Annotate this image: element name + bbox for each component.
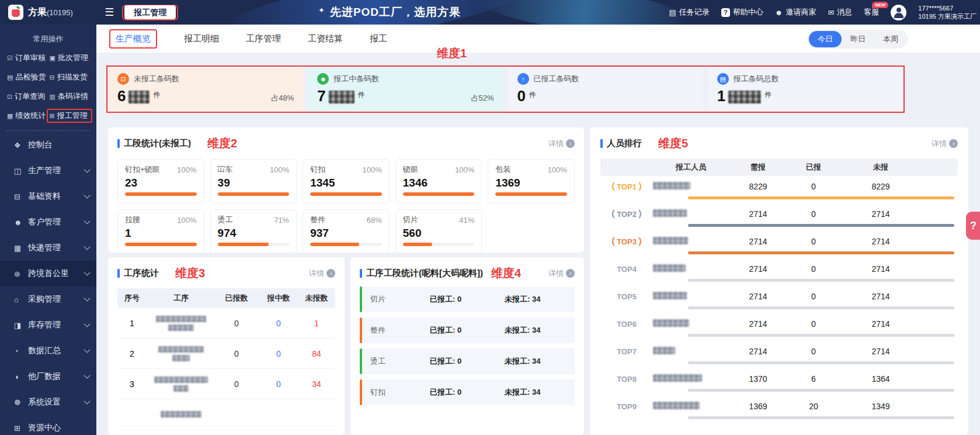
console-icon: ❖ [14, 141, 28, 150]
sidebar-item-console[interactable]: ❖控制台 [0, 132, 96, 158]
ranking-row: TOP1 8229 0 8229 [600, 176, 958, 203]
reporting-icon: ☻ [317, 73, 329, 85]
module-tab-report-work[interactable]: 报工管理 [124, 5, 176, 19]
color-bar [360, 317, 362, 343]
section-title-bar [117, 269, 120, 278]
quick-item-order-query[interactable]: ⊡订单查询 [7, 91, 50, 102]
sidebar-item-customers[interactable]: ☻客户管理 [0, 209, 96, 235]
topbar-link-task-records[interactable]: ▤ 任务记录 [669, 7, 709, 18]
main-content: 生产概览 报工明细 工序管理 工资结算 报工 今日 昨日 本周 维度1 ⊡ 未报… [96, 25, 980, 435]
tab-production-overview[interactable]: 生产概览 [109, 29, 157, 49]
censored-person-name [653, 209, 729, 219]
censored-person-name [653, 264, 729, 274]
half-circle-icon: ◑ [14, 372, 28, 381]
censored-process-name [147, 316, 216, 331]
customer-service-button[interactable]: 客服 NEW [864, 7, 879, 18]
sidebar-item-cross-border[interactable]: ⊛跨境首公里 [0, 261, 96, 286]
censored-person-name [653, 237, 729, 246]
stage-card[interactable]: 切片41%560 [395, 209, 482, 253]
quick-item-scan-shipping[interactable]: ⊟扫描发货 [50, 72, 92, 82]
tab-salary-settlement[interactable]: 工资结算 [308, 33, 343, 44]
process-stage-stats-section: 工序工段统计(呢料[大码呢料]) 维度4 详情› 切片 已报工: 0 未报工: … [350, 257, 584, 435]
stage-card[interactable]: 冚车100%39 [210, 159, 297, 203]
stage-card[interactable]: 包装100%1369 [488, 159, 575, 203]
censored-process-name [147, 411, 216, 417]
progress-bar [310, 192, 382, 196]
laurel-icon [638, 237, 643, 246]
rank-badge: TOP8 [600, 375, 653, 384]
stat-card-reported: ↑ 已报工条码数 0件 [508, 67, 703, 111]
sidebar-item-base-data[interactable]: ⊟基础资料 [0, 184, 96, 209]
process-stats-detail-link[interactable]: 详情› [309, 268, 335, 279]
list-item: 烫工 已报工: 0 未报工: 34 [360, 348, 575, 374]
personnel-ranking-section: 人员排行 维度5 详情› 报工人员 需报 已报 未报 TOP1 8229 0 8… [590, 127, 968, 435]
quick-item-quality-inspection[interactable]: ▤品检验货 [7, 72, 50, 82]
period-today[interactable]: 今日 [809, 31, 842, 47]
tab-process-management[interactable]: 工序管理 [246, 33, 281, 44]
message-icon: ✉ [828, 8, 834, 17]
sidebar-item-express[interactable]: ▦快递管理 [0, 235, 96, 261]
chevron-down-icon [84, 166, 90, 172]
quick-item-barcode-details[interactable]: ▥条码详情 [50, 91, 92, 102]
topbar-link-invite-merchants[interactable]: ☻ 邀请商家 [775, 7, 816, 18]
rank-badge: TOP5 [600, 292, 653, 301]
hamburger-menu-icon[interactable]: ☰ [105, 6, 113, 19]
inventory-icon: ◨ [14, 321, 28, 330]
quick-item-performance-stats[interactable]: ▦绩效统计 [7, 111, 50, 121]
censored-person-name [653, 374, 729, 384]
stage-card[interactable]: 整件68%937 [303, 209, 390, 253]
sidebar-item-resource-center[interactable]: ⊞资源中心 [0, 415, 96, 435]
reporting-count-link[interactable]: 0 [258, 379, 300, 389]
sidebar-item-purchasing[interactable]: ⌂采购管理 [0, 286, 96, 312]
quick-item-report-work[interactable]: ⊞报工管理 [47, 109, 93, 123]
reporting-count-link[interactable]: 0 [258, 319, 300, 328]
user-avatar[interactable] [891, 5, 906, 20]
quick-item-batch-management[interactable]: ▣批次管理 [50, 53, 92, 63]
stage-card[interactable]: 拉腰100%1 [117, 209, 204, 253]
stat-card-reporting: ☻ 报工中条码数 7件 占52% [308, 67, 503, 111]
floating-help-button[interactable]: ? [966, 212, 980, 240]
tab-report-detail[interactable]: 报工明细 [184, 33, 219, 44]
stage-card[interactable]: 烫工71%974 [210, 209, 297, 253]
ranking-table-header: 报工人员 需报 已报 未报 [600, 158, 958, 176]
sidebar: 常用操作 ☑订单审核 ▣批次管理 ▤品检验货 ⊟扫描发货 ⊡订单查询 ▥条码详情… [0, 25, 96, 435]
arrow-right-icon: › [566, 139, 575, 148]
sidebar-item-data-summary[interactable]: ◔数据汇总 [0, 338, 96, 364]
app-logo[interactable]: 方果(10195) [0, 5, 96, 20]
ranking-progress-bar [688, 251, 954, 254]
rank-badge: TOP6 [600, 320, 653, 329]
ranking-row: TOP5 2714 0 2714 [600, 286, 958, 313]
sidebar-divider [6, 130, 91, 131]
tab-report[interactable]: 报工 [370, 33, 387, 44]
stage-card[interactable]: 锁眼100%1346 [395, 159, 482, 203]
sidebar-item-inventory[interactable]: ◨库存管理 [0, 312, 96, 338]
progress-bar [218, 192, 290, 196]
stage-card[interactable]: 钉扣+锁眼100%23 [117, 159, 204, 203]
globe-icon: ⊛ [14, 270, 28, 278]
process-stage-detail-link[interactable]: 详情› [548, 268, 575, 279]
stage-card[interactable]: 钉扣100%1345 [303, 159, 390, 203]
period-week[interactable]: 本周 [874, 31, 907, 47]
period-yesterday[interactable]: 昨日 [842, 31, 874, 47]
rank-badge-top2: TOP2 [600, 209, 653, 219]
sidebar-item-production[interactable]: ◫生产管理 [0, 158, 96, 184]
sidebar-item-system-settings[interactable]: ☸系统设置 [0, 389, 96, 415]
stage-stats-detail-link[interactable]: 详情› [548, 139, 575, 149]
topbar-link-help-center[interactable]: ? 帮助中心 [721, 7, 763, 18]
topbar-link-messages[interactable]: ✉ 消息 [828, 7, 852, 18]
censored-person-name [653, 292, 729, 301]
user-info[interactable]: 177****5667 10195 方果演示工厂 [918, 4, 976, 20]
reporting-count-link[interactable]: 0 [258, 349, 300, 358]
ranking-detail-link[interactable]: 详情› [932, 139, 958, 149]
sidebar-item-other-factory-data[interactable]: ◑他厂数据 [0, 364, 96, 389]
quick-item-order-review[interactable]: ☑订单审核 [7, 53, 50, 63]
censored-value [728, 91, 761, 103]
help-icon: ? [721, 8, 730, 17]
quick-actions-title: 常用操作 [0, 34, 96, 44]
progress-bar [218, 243, 269, 246]
progress-bar [125, 192, 197, 196]
annotation-box-module-pill: 报工管理 [122, 5, 178, 20]
chevron-down-icon [84, 398, 90, 404]
table-row: 2 0 0 84 [117, 339, 335, 369]
user-org: 10195 方果演示工厂 [918, 12, 976, 20]
